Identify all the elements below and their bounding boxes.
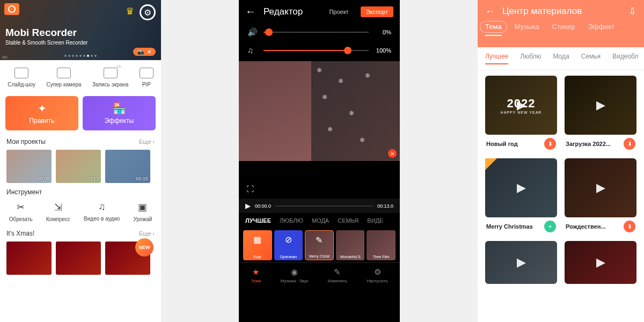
ad-label: AD bbox=[2, 55, 8, 59]
play-icon[interactable]: ▶ bbox=[245, 202, 251, 210]
xmas-thumb[interactable] bbox=[56, 241, 101, 275]
effects-button[interactable]: 🏪Эффекты bbox=[83, 96, 156, 130]
pip-icon bbox=[140, 68, 153, 78]
main-tabs: Тема Музыка Стикер Эффект bbox=[478, 23, 644, 36]
store-icon: 🏪 bbox=[113, 102, 126, 115]
materials-screen: ← Центр материалов ⇩ Тема Музыка Стикер … bbox=[478, 0, 644, 322]
edit-icon: ✎ bbox=[316, 235, 323, 245]
tab-music[interactable]: Музыка bbox=[515, 23, 539, 36]
add-button[interactable]: + bbox=[544, 221, 556, 232]
materials-title: Центр материалов bbox=[502, 6, 621, 17]
tool-audio[interactable]: ♫Видео в аудио bbox=[84, 201, 120, 222]
preset-row: ▦Еще ⊘Оригинал ✎Merry Christ Wonderful S… bbox=[239, 228, 400, 262]
download-button[interactable]: ⬇ bbox=[624, 138, 635, 150]
cat-video[interactable]: ВИДЕ bbox=[367, 217, 383, 224]
tool-slideshow[interactable]: Слайд-шоу bbox=[8, 68, 35, 87]
voice-slider-row: 🔊 0% bbox=[239, 23, 400, 41]
subtab-fashion[interactable]: Мода bbox=[553, 53, 569, 64]
tab-effect[interactable]: Эффект bbox=[588, 23, 615, 36]
tool-compress[interactable]: ⇲Компресс bbox=[46, 201, 70, 222]
settings-icon[interactable]: ⚙ bbox=[140, 4, 156, 20]
close-icon[interactable]: ✕ bbox=[147, 49, 151, 55]
project-thumb[interactable]: 00:08 bbox=[6, 150, 52, 183]
material-card[interactable]: 2022HAPPY NEW YEAR▶ Новый год⬇ bbox=[485, 76, 557, 153]
subtab-best[interactable]: Лучшее bbox=[485, 53, 508, 64]
fullscreen-icon[interactable]: ⛶ bbox=[246, 185, 254, 193]
home-screen: ♛ ⚙ Mobi Recorder Stable & Smooth Screen… bbox=[0, 0, 161, 322]
card-thumb: ▶ bbox=[485, 158, 557, 217]
playbar: ▶ 00:00.0 00:13.0 bbox=[239, 199, 400, 213]
tool-trim[interactable]: ✂Обрезать bbox=[9, 201, 33, 222]
download-button[interactable]: ⬇ bbox=[624, 221, 635, 232]
banner-title: Mobi Recorder bbox=[5, 27, 77, 39]
video-preview[interactable]: ❄❄❄❄❄❄❄ ✕ bbox=[239, 61, 400, 161]
scissors-icon: ✂ bbox=[17, 201, 25, 213]
preset-original[interactable]: ⊘Оригинал bbox=[274, 230, 303, 260]
record-icon: AD bbox=[104, 68, 118, 78]
preset-item[interactable]: Wonderful S bbox=[336, 230, 365, 260]
subtab-family[interactable]: Семья bbox=[581, 53, 601, 64]
brush-icon: ✎ bbox=[334, 267, 341, 277]
material-card[interactable]: ▶ bbox=[485, 241, 557, 284]
banner-actions[interactable]: 📷✕ bbox=[133, 48, 156, 56]
promo-banner[interactable]: ♛ ⚙ Mobi Recorder Stable & Smooth Screen… bbox=[0, 0, 161, 60]
xmas-more[interactable]: Еще › bbox=[139, 230, 155, 237]
nav-edit[interactable]: ✎Изменить bbox=[328, 267, 347, 283]
back-icon[interactable]: ← bbox=[245, 5, 256, 18]
editor-screen: ← Редактор Проект Экспорт 🔊 0% ♫ 100% ❄❄… bbox=[239, 0, 400, 322]
cat-family[interactable]: СЕМЬЯ bbox=[338, 217, 358, 224]
nav-music[interactable]: ◉Музыка · Звук bbox=[281, 267, 308, 283]
slideshow-icon bbox=[14, 68, 28, 78]
material-card[interactable]: ▶ bbox=[565, 241, 636, 284]
xmas-header: It's Xmas! Еще › bbox=[0, 226, 161, 239]
projects-header: Мои проекты Еще › bbox=[0, 135, 161, 148]
cat-best[interactable]: ЛУЧШЕЕ bbox=[245, 217, 271, 224]
preset-item[interactable]: ✎Merry Christ bbox=[305, 230, 334, 260]
project-thumb[interactable]: 00:15 bbox=[105, 150, 150, 183]
crown-icon[interactable]: ♛ bbox=[126, 5, 134, 17]
main-buttons: ✦Править 🏪Эффекты bbox=[0, 92, 161, 135]
card-thumb: 2022HAPPY NEW YEAR▶ bbox=[485, 76, 557, 135]
cat-love[interactable]: ЛЮБЛЮ bbox=[280, 217, 303, 224]
grid-icon: ▦ bbox=[253, 235, 261, 245]
category-tabs: ЛУЧШЕЕ ЛЮБЛЮ МОДА СЕМЬЯ ВИДЕ bbox=[239, 213, 400, 228]
export-button[interactable]: Экспорт bbox=[361, 6, 393, 17]
editor-header: ← Редактор Проект Экспорт bbox=[239, 0, 400, 23]
material-card[interactable]: ▶ Рождествен...⬇ bbox=[565, 158, 636, 236]
back-icon[interactable]: ← bbox=[485, 6, 495, 17]
tab-theme[interactable]: Тема bbox=[485, 23, 502, 36]
camera-icon bbox=[57, 68, 71, 78]
subtab-love[interactable]: Люблю bbox=[520, 53, 541, 64]
material-card[interactable]: ▶ Загрузка 2022...⬇ bbox=[565, 76, 636, 153]
xmas-thumbs: NEW bbox=[0, 239, 161, 277]
download-icon[interactable]: ⇩ bbox=[628, 5, 636, 17]
material-card[interactable]: ▶ Merry Christmas+ bbox=[485, 158, 557, 236]
project-thumb[interactable]: 00:13 bbox=[56, 150, 101, 183]
tool-camera[interactable]: Супер камера bbox=[46, 68, 81, 87]
tool-pip[interactable]: PIP bbox=[140, 68, 153, 87]
tool-crop[interactable]: ▣Урожай bbox=[134, 201, 152, 222]
edit-button[interactable]: ✦Править bbox=[5, 96, 78, 130]
project-button[interactable]: Проект bbox=[329, 9, 348, 15]
seek-track[interactable] bbox=[275, 206, 373, 207]
download-button[interactable]: ⬇ bbox=[544, 138, 556, 150]
preset-more[interactable]: ▦Еще bbox=[243, 230, 272, 260]
cat-fashion[interactable]: МОДА bbox=[312, 217, 329, 224]
tab-sticker[interactable]: Стикер bbox=[552, 23, 575, 36]
voice-slider[interactable] bbox=[264, 32, 369, 33]
nav-settings[interactable]: ⚙Настроить bbox=[367, 267, 388, 283]
play-icon: ▶ bbox=[596, 181, 605, 195]
corner-badge bbox=[485, 158, 497, 170]
subtab-vlog[interactable]: Видеобл bbox=[612, 53, 638, 64]
card-label: Рождествен... bbox=[566, 223, 605, 230]
preset-item[interactable]: Time Film bbox=[367, 230, 396, 260]
materials-header: ← Центр материалов ⇩ Тема Музыка Стикер … bbox=[478, 0, 644, 47]
close-preview-icon[interactable]: ✕ bbox=[388, 149, 397, 158]
projects-more[interactable]: Еще › bbox=[139, 138, 155, 145]
xmas-thumb[interactable]: NEW bbox=[105, 241, 150, 275]
nav-theme[interactable]: ★Тема bbox=[251, 267, 261, 283]
banner-subtitle: Stable & Smooth Screen Recorder bbox=[5, 40, 87, 46]
music-slider[interactable] bbox=[264, 50, 369, 51]
xmas-thumb[interactable] bbox=[6, 241, 52, 275]
tool-record[interactable]: ADЗапись экрана bbox=[92, 68, 128, 87]
